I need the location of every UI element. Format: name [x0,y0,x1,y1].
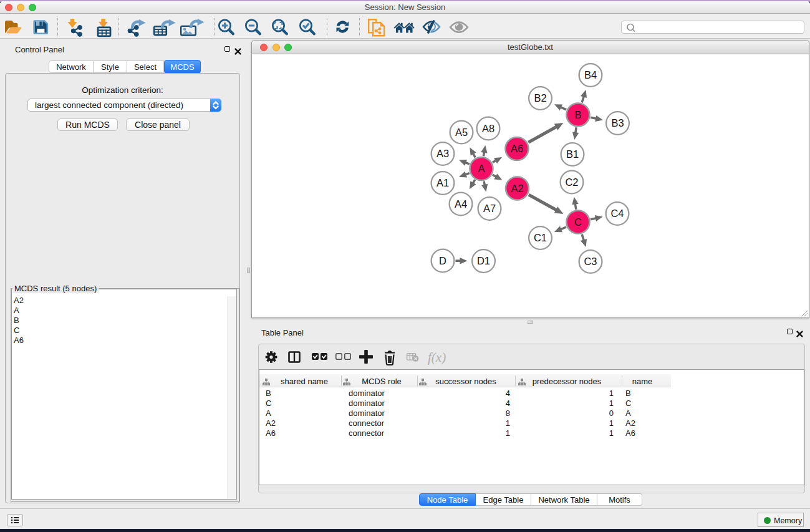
svg-text:A5: A5 [455,127,468,138]
svg-text:D1: D1 [477,255,490,266]
svg-text:C: C [574,216,582,228]
svg-text:B1: B1 [566,148,579,160]
svg-text:f(x): f(x) [428,350,446,365]
svg-text:B3: B3 [611,117,624,128]
svg-text:A6: A6 [511,143,523,154]
svg-text:A4: A4 [455,198,467,210]
svg-text:A: A [478,163,485,174]
svg-text:B4: B4 [584,69,597,80]
svg-text:A8: A8 [482,123,494,134]
svg-text:D: D [439,255,446,266]
svg-text:A1: A1 [436,177,449,188]
svg-text:C2: C2 [565,177,578,188]
svg-text:B2: B2 [534,92,546,104]
svg-text:A2: A2 [511,183,523,194]
svg-text:A3: A3 [436,148,449,159]
svg-text:C1: C1 [534,232,547,243]
svg-text:A7: A7 [483,203,496,214]
svg-text:B: B [574,109,581,120]
svg-text:C4: C4 [610,208,624,219]
svg-text:C3: C3 [584,256,597,267]
